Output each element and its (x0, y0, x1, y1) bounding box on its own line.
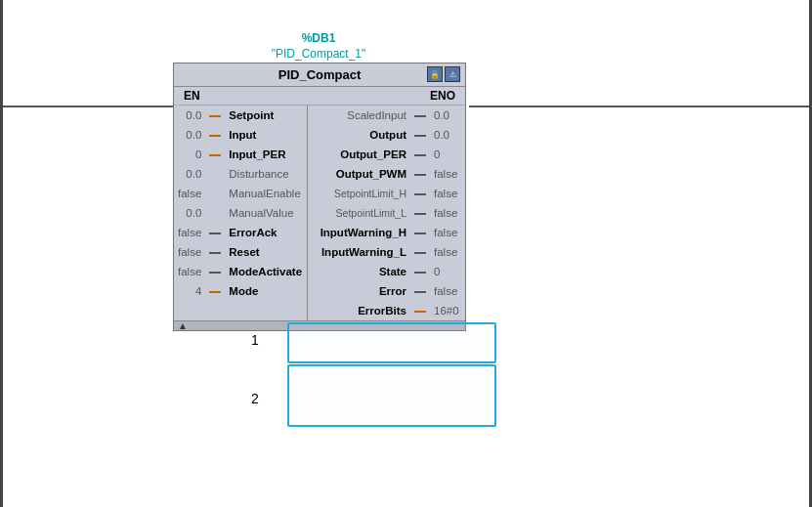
left-rail (0, 0, 3, 507)
input-connector (205, 125, 225, 145)
scaledinput-name: ScaledInput (316, 106, 410, 125)
scroll-arrow-icon: ▲ (178, 320, 188, 331)
group-number-2: 2 (251, 391, 259, 406)
table-row: 0 Input_PER Output_PER 0 (174, 145, 465, 164)
empty-left-val (174, 301, 205, 320)
empty-left-name (225, 301, 307, 320)
outputper-name: Output_PER (316, 145, 410, 164)
table-row: false ManualEnable SetpointLimit_H false (174, 184, 465, 203)
manualenable-connector (205, 184, 225, 203)
outputper-val: 0 (430, 145, 465, 164)
setpoint-val: 0.0 (174, 106, 205, 125)
modeactivate-connector (205, 262, 225, 281)
input-name: Input (225, 125, 307, 145)
block-title: PID_Compact (278, 67, 362, 82)
table-row: false ErrorAck InputWarning_H false (174, 223, 465, 242)
reset-connector (205, 242, 225, 262)
state-connector (410, 262, 430, 281)
errorbits-name: ErrorBits (316, 301, 410, 320)
block-title-row: PID_Compact 🔒 ⚠ (174, 63, 465, 87)
modeactivate-name: ModeActivate (225, 262, 307, 281)
warning-icon[interactable]: ⚠ (445, 66, 460, 82)
setpointlimitl-connector (410, 203, 430, 223)
disturbance-connector (205, 164, 225, 184)
inputwarningh-connector (410, 223, 430, 242)
table-row: 0.0 Setpoint ScaledInput 0.0 (174, 106, 465, 125)
fb-block: PID_Compact 🔒 ⚠ EN ENO 0.0 Setpoint Scal… (173, 63, 466, 331)
empty-left-connector (205, 301, 225, 320)
setpoint-name: Setpoint (225, 106, 307, 125)
table-row: 0.0 Disturbance Output_PWM false (174, 164, 465, 184)
eno-label: ENO (430, 89, 455, 103)
pin-table: 0.0 Setpoint ScaledInput 0.0 0.0 Input O… (174, 106, 465, 320)
table-row: 0.0 Input Output 0.0 (174, 125, 465, 145)
wire-en-left (3, 106, 173, 107)
highlight-box-2 (287, 364, 496, 427)
outputpwm-val: false (430, 164, 465, 184)
manualvalue-val: 0.0 (174, 203, 205, 223)
manualenable-val: false (174, 184, 205, 203)
outputpwm-connector (410, 164, 430, 184)
state-name: State (316, 262, 410, 281)
setpointlimith-val: false (430, 184, 465, 203)
mode-val: 4 (174, 281, 205, 301)
state-val: 0 (430, 262, 465, 281)
inputper-name: Input_PER (225, 145, 307, 164)
en-eno-row: EN ENO (174, 87, 465, 106)
group-number-1: 1 (251, 332, 259, 348)
inputwarningl-name: InputWarning_L (316, 242, 410, 262)
input-val: 0.0 (174, 125, 205, 145)
setpointlimitl-val: false (430, 203, 465, 223)
manualenable-name: ManualEnable (225, 184, 307, 203)
manualvalue-connector (205, 203, 225, 223)
error-val: false (430, 281, 465, 301)
instance-name: "PID_Compact_1" (173, 47, 464, 61)
inputwarningh-val: false (430, 223, 465, 242)
output-val: 0.0 (430, 125, 465, 145)
output-connector (410, 125, 430, 145)
error-connector (410, 281, 430, 301)
errorack-connector (205, 223, 225, 242)
scaledinput-connector (410, 106, 430, 125)
block-icons-area[interactable]: 🔒 ⚠ (427, 66, 460, 82)
disturbance-name: Disturbance (225, 164, 307, 184)
inputwarningh-name: InputWarning_H (316, 223, 410, 242)
errorack-val: false (174, 223, 205, 242)
reset-val: false (174, 242, 205, 262)
setpointlimith-connector (410, 184, 430, 203)
mode-name: Mode (225, 281, 307, 301)
errorbits-val: 16#0 (430, 301, 465, 320)
output-name: Output (316, 125, 410, 145)
table-row: 0.0 ManualValue SetpointLimit_L false (174, 203, 465, 223)
wire-eno-right (469, 106, 809, 107)
en-label: EN (184, 89, 200, 103)
table-row: false Reset InputWarning_L false (174, 242, 465, 262)
scroll-indicator[interactable]: ▲ (174, 320, 465, 330)
outputpwm-name: Output_PWM (316, 164, 410, 184)
disturbance-val: 0.0 (174, 164, 205, 184)
setpointlimitl-name: SetpointLimit_L (316, 203, 410, 223)
reset-name: Reset (225, 242, 307, 262)
ladder-diagram: %DB1 "PID_Compact_1" PID_Compact 🔒 ⚠ EN … (0, 0, 812, 507)
manualvalue-name: ManualValue (225, 203, 307, 223)
error-name: Error (316, 281, 410, 301)
inputper-connector (205, 145, 225, 164)
setpoint-connector (205, 106, 225, 125)
table-row: ErrorBits 16#0 (174, 301, 465, 320)
modeactivate-val: false (174, 262, 205, 281)
inputper-val: 0 (174, 145, 205, 164)
table-row: 4 Mode Error false (174, 281, 465, 301)
mode-connector (205, 281, 225, 301)
db-label: %DB1 (173, 31, 464, 45)
inputwarningl-connector (410, 242, 430, 262)
errorack-name: ErrorAck (225, 223, 307, 242)
setpointlimith-name: SetpointLimit_H (316, 184, 410, 203)
lock-icon[interactable]: 🔒 (427, 66, 443, 82)
inputwarningl-val: false (430, 242, 465, 262)
table-row: false ModeActivate State 0 (174, 262, 465, 281)
scaledinput-val: 0.0 (430, 106, 465, 125)
errorbits-connector (410, 301, 430, 320)
outputper-connector (410, 145, 430, 164)
